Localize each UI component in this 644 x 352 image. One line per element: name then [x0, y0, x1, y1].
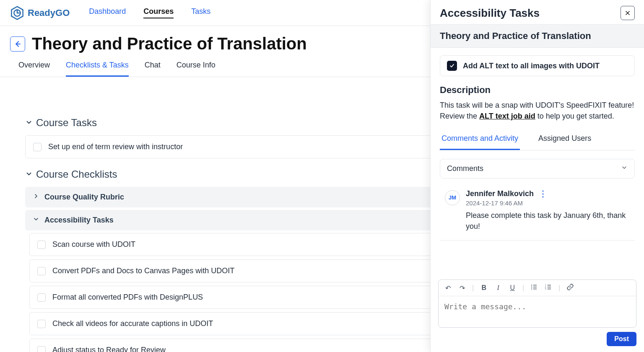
description-heading: Description	[440, 85, 635, 96]
avatar: JM	[445, 190, 460, 205]
underline-icon[interactable]: U	[508, 284, 517, 292]
arrow-left-icon	[14, 40, 21, 48]
comment: JM Jennifer Malkovich ⋮ 2024-12-17 9:46 …	[440, 189, 635, 241]
nav-dashboard[interactable]: Dashboard	[89, 7, 126, 18]
comments-toggle[interactable]: Comments	[440, 159, 635, 179]
svg-point-8	[531, 287, 532, 287]
svg-point-9	[531, 288, 532, 289]
panel-body: Add ALT text to all images with UDOIT De…	[431, 48, 644, 280]
panel-task-card[interactable]: Add ALT text to all images with UDOIT	[440, 55, 635, 76]
comments-label: Comments	[447, 164, 483, 173]
checklist-label: Scan course with UDOIT	[52, 240, 135, 249]
redo-icon[interactable]: ↷	[458, 284, 466, 292]
section-course-checklists-title: Course Checklists	[36, 168, 117, 180]
task-checkbox[interactable]	[33, 143, 42, 151]
post-row: Post	[438, 332, 636, 346]
task-detail-panel: Accessibility Tasks Theory and Practice …	[430, 0, 644, 352]
toolbar-separator: |	[558, 284, 560, 292]
italic-icon[interactable]: I	[494, 284, 502, 292]
panel-tab-assigned[interactable]: Assigned Users	[537, 131, 593, 150]
subtab-chat[interactable]: Chat	[145, 61, 161, 77]
chevron-down-icon	[33, 216, 39, 225]
checklist-checkbox[interactable]	[37, 320, 46, 328]
panel-title: Accessibility Tasks	[440, 7, 540, 20]
brand-logo[interactable]: ReadyGO	[10, 6, 70, 20]
composer-toolbar: ↶ ↷ | B I U | 123 |	[439, 280, 636, 296]
panel-task-title: Add ALT text to all images with UDOIT	[463, 62, 600, 70]
comment-head: JM Jennifer Malkovich ⋮ 2024-12-17 9:46 …	[445, 189, 635, 207]
bold-icon[interactable]: B	[480, 284, 488, 292]
check-icon	[449, 63, 455, 69]
chevron-down-icon	[621, 164, 628, 173]
subtab-checklists-tasks[interactable]: Checklists & Tasks	[66, 61, 129, 77]
message-input[interactable]	[439, 296, 636, 326]
checklist-checkbox[interactable]	[37, 346, 46, 352]
post-button[interactable]: Post	[607, 332, 636, 346]
close-button[interactable]	[621, 6, 635, 20]
panel-subtitle: Theory and Practice of Translation	[431, 24, 644, 48]
description-post: to help you get started.	[535, 112, 614, 120]
close-icon	[625, 10, 631, 16]
nav-courses[interactable]: Courses	[143, 7, 174, 18]
svg-text:3: 3	[545, 287, 546, 290]
chevron-down-icon	[25, 117, 33, 129]
link-icon[interactable]	[566, 283, 574, 292]
chevron-down-icon	[25, 168, 33, 180]
numbered-list-icon[interactable]: 123	[544, 283, 553, 292]
svg-point-7	[531, 285, 532, 285]
bullet-list-icon[interactable]	[530, 283, 538, 292]
subtab-overview[interactable]: Overview	[18, 61, 50, 77]
task-checked-icon[interactable]	[447, 61, 457, 71]
checklist-label: Convert PDFs and Docs to Canvas Pages wi…	[52, 267, 234, 275]
nav-tasks[interactable]: Tasks	[191, 7, 210, 18]
comment-author: Jennifer Malkovich	[466, 189, 534, 198]
checklist-checkbox[interactable]	[37, 241, 46, 249]
chevron-right-icon	[33, 193, 39, 202]
checklist-group-title: Course Quality Rubric	[44, 193, 124, 202]
subtab-course-info[interactable]: Course Info	[177, 61, 216, 77]
checklist-group-title: Accessibility Tasks	[44, 216, 114, 225]
page-title: Theory and Practice of Translation	[32, 34, 307, 53]
logo-icon	[10, 6, 24, 20]
panel-tab-comments[interactable]: Comments and Activity	[440, 131, 520, 150]
toolbar-separator: |	[522, 284, 524, 292]
description-link[interactable]: ALT text job aid	[479, 112, 535, 120]
comment-time: 2024-12-17 9:46 AM	[466, 199, 635, 207]
composer: ↶ ↷ | B I U | 123 |	[438, 280, 636, 328]
description-text: This task will be a snap with UDOIT's Sp…	[440, 100, 635, 122]
comment-body: Please complete this task by January 6th…	[466, 210, 635, 232]
checklist-label: Adjust status to Ready for Review	[52, 346, 166, 352]
undo-icon[interactable]: ↶	[444, 284, 452, 292]
checklist-checkbox[interactable]	[37, 267, 46, 275]
toolbar-separator: |	[472, 284, 474, 292]
main-nav: Dashboard Courses Tasks	[89, 7, 210, 18]
task-label: Set up end of term review with instructo…	[48, 142, 183, 151]
checklist-checkbox[interactable]	[37, 293, 46, 302]
panel-tabs: Comments and Activity Assigned Users	[440, 131, 635, 150]
composer-wrap: ↶ ↷ | B I U | 123 | Post	[431, 280, 644, 352]
checklist-label: Format all converted PDFs with DesignPLU…	[52, 293, 203, 302]
comment-menu-button[interactable]: ⋮	[539, 189, 547, 199]
checklist-label: Check all videos for accurate captions i…	[52, 319, 213, 328]
back-button[interactable]	[10, 36, 25, 52]
brand-name: ReadyGO	[28, 8, 70, 18]
section-course-tasks-title: Course Tasks	[36, 117, 97, 129]
panel-head: Accessibility Tasks	[431, 0, 644, 24]
